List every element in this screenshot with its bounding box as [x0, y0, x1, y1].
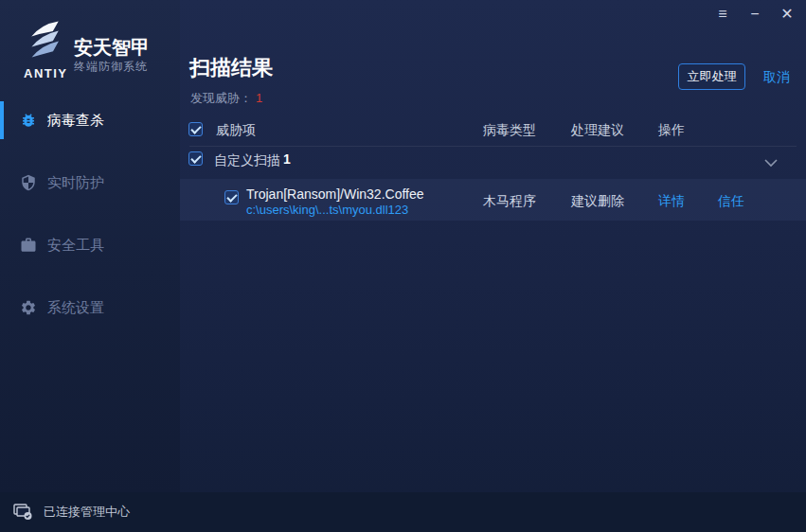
gear-icon [20, 299, 37, 316]
brand-subtitle: 终端防御系统 [74, 59, 148, 75]
header-separator [189, 146, 797, 147]
sidebar-item-realtime-protection[interactable]: 实时防护 [0, 162, 180, 204]
column-header-suggestion: 处理建议 [571, 122, 624, 139]
sidebar-item-label: 实时防护 [47, 174, 104, 192]
sidebar-nav: 病毒查杀 实时防护 安全工具 系统设置 [0, 99, 180, 349]
process-now-button[interactable]: 立即处理 [678, 63, 745, 90]
brand-antiy-text: ANTIY [24, 66, 68, 80]
threat-checkbox[interactable] [224, 190, 239, 204]
cell-suggestion: 建议删除 [571, 193, 624, 210]
group-label: 自定义扫描 [214, 152, 280, 169]
antiy-logo-icon [25, 21, 66, 68]
active-indicator-bar [0, 226, 4, 264]
active-indicator-bar [0, 101, 4, 139]
threat-label: 发现威胁： [190, 91, 252, 105]
page-title: 扫描结果 [189, 54, 273, 82]
group-checkbox[interactable] [188, 151, 203, 166]
window-controls: ≡ − ✕ [711, 4, 798, 25]
management-center-icon [13, 504, 34, 521]
app-window: ≡ − ✕ ANTIY 安天智甲 终端防御系统 [0, 0, 806, 532]
sidebar-item-label: 病毒查杀 [47, 112, 104, 130]
sidebar: ANTIY 安天智甲 终端防御系统 病毒查杀 实时防护 [0, 0, 180, 492]
cancel-link[interactable]: 取消 [763, 69, 790, 86]
group-count: 1 [283, 151, 291, 167]
sidebar-item-label: 安全工具 [47, 237, 104, 255]
sidebar-item-label: 系统设置 [47, 299, 104, 317]
select-all-checkbox[interactable] [188, 122, 203, 136]
close-icon[interactable]: ✕ [776, 4, 798, 25]
status-bar: 已连接管理中心 [0, 492, 806, 532]
trust-link[interactable]: 信任 [718, 193, 744, 210]
brand-name: 安天智甲 [74, 35, 150, 61]
shield-icon [20, 174, 37, 191]
menu-icon[interactable]: ≡ [711, 4, 734, 25]
threat-summary: 发现威胁：1 [190, 90, 262, 107]
minimize-icon[interactable]: − [743, 4, 766, 25]
sidebar-item-virus-scan[interactable]: 病毒查杀 [0, 99, 180, 141]
threat-name: Trojan[Ransom]/Win32.Coffee [246, 186, 424, 202]
active-indicator-bar [0, 164, 4, 202]
sidebar-item-system-settings[interactable]: 系统设置 [0, 287, 180, 328]
active-indicator-bar [0, 289, 4, 327]
column-header-threat: 威胁项 [216, 122, 256, 139]
chevron-down-icon[interactable] [763, 158, 779, 168]
brand-logo: ANTIY 安天智甲 终端防御系统 [0, 0, 180, 90]
detail-link[interactable]: 详情 [658, 193, 685, 210]
briefcase-icon [20, 237, 37, 254]
connection-status-text: 已连接管理中心 [44, 504, 130, 521]
column-header-virus-type: 病毒类型 [483, 122, 536, 139]
threat-count: 1 [256, 91, 262, 105]
bug-icon [20, 112, 37, 129]
cell-virus-type: 木马程序 [483, 193, 536, 210]
sidebar-item-security-tools[interactable]: 安全工具 [0, 224, 180, 266]
column-header-operation: 操作 [658, 122, 685, 139]
threat-file-path: c:\users\king\...ts\myou.dll123 [246, 203, 408, 217]
